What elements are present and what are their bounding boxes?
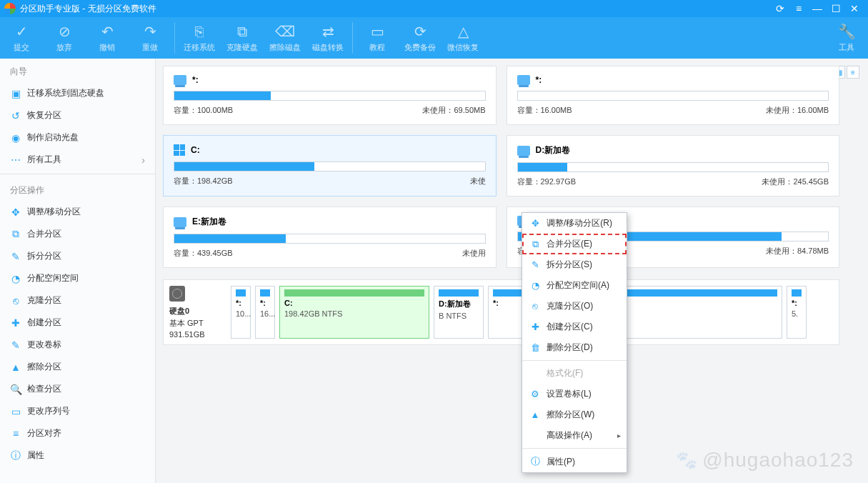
backup-button[interactable]: ⟳免费备份: [399, 23, 442, 53]
disk-segment-3[interactable]: D:新加卷B NTFS: [434, 286, 484, 339]
free-label: 未使用：84.78MB: [766, 246, 829, 257]
disk-map: 硬盘0基本 GPT931.51GB*:10...*:16...C:198.42G…: [163, 279, 839, 345]
list-view-button[interactable]: ≡: [847, 66, 859, 79]
capacity-label: 容量：16.00MB: [517, 105, 572, 116]
menu-button[interactable]: ≡: [789, 3, 808, 14]
disk-segment-0[interactable]: *:10...: [231, 286, 251, 339]
segment-fill: [260, 289, 270, 297]
convert-button[interactable]: ⇄磁盘转换: [306, 23, 349, 53]
ops-item-11[interactable]: ⓘ属性: [0, 444, 155, 467]
ops-label: 拆分分区: [27, 250, 61, 262]
ops-icon: ⓘ: [10, 450, 21, 462]
ctx-item-2[interactable]: ✎拆分分区(S): [522, 254, 627, 275]
usage-bar: [517, 91, 829, 101]
redo-button[interactable]: ↷重做: [129, 23, 171, 53]
free-label: 未使用: [462, 248, 486, 259]
wizard-section-title: 向导: [0, 59, 155, 82]
close-button[interactable]: ✕: [845, 3, 864, 14]
disk-size: 931.51GB: [169, 330, 226, 339]
wizard-item-1[interactable]: ↺恢复分区: [0, 104, 155, 126]
ops-icon: ✎: [10, 251, 21, 262]
ctx-label: 分配空闲空间(A): [547, 279, 609, 292]
free-label: 未使: [470, 176, 486, 186]
partition-name: *:: [192, 75, 199, 85]
free-label: 未使用：16.00MB: [766, 105, 829, 116]
tutorial-button[interactable]: ▭教程: [356, 23, 399, 53]
segment-fill: [792, 289, 802, 297]
partition-card-0[interactable]: *:容量：100.00MB未使用：69.50MB: [163, 66, 497, 125]
ops-icon: ⧉: [10, 229, 21, 240]
ctx-item-6[interactable]: 🗑删除分区(D): [522, 337, 627, 358]
discard-button[interactable]: ⊘放弃: [43, 23, 86, 53]
usage-bar: [174, 161, 486, 171]
ops-item-3[interactable]: ◔分配空闲空间: [0, 267, 155, 289]
segment-info: 10...: [236, 309, 246, 318]
ctx-icon: ◔: [529, 280, 541, 291]
ops-item-7[interactable]: ▲擦除分区: [0, 356, 155, 378]
partition-card-1[interactable]: *:容量：16.00MB未使用：16.00MB: [507, 66, 840, 125]
disk-segment-6[interactable]: *:5.: [787, 286, 807, 339]
refresh-button[interactable]: ⟳: [771, 3, 789, 14]
segment-name: *:: [792, 299, 802, 307]
disk-header[interactable]: 硬盘0基本 GPT931.51GB: [169, 286, 226, 339]
cancel-icon: ⊘: [59, 23, 71, 40]
ctx-item-3[interactable]: ◔分配空闲空间(A): [522, 275, 627, 296]
ops-label: 分区对齐: [27, 427, 61, 439]
ctx-item-11[interactable]: ⓘ属性(P): [522, 451, 627, 472]
partition-card-2[interactable]: C:容量：198.42GB未使: [163, 135, 497, 196]
ops-item-5[interactable]: ✚创建分区: [0, 312, 155, 334]
ctx-label: 拆分分区(S): [547, 259, 592, 271]
undo-button[interactable]: ↶撤销: [86, 23, 129, 53]
redo-icon: ↷: [144, 23, 156, 40]
wipe-button[interactable]: ⌫擦除磁盘: [264, 23, 306, 53]
partition-card-3[interactable]: D:新加卷容量：292.97GB未使用：245.45GB: [507, 135, 840, 196]
partition-name: C:: [191, 145, 200, 155]
segment-fill: [439, 289, 479, 297]
wizard-item-0[interactable]: ▣迁移系统到固态硬盘: [0, 82, 155, 104]
ops-item-4[interactable]: ⎋克隆分区: [0, 289, 155, 312]
ops-item-9[interactable]: ▭更改序列号: [0, 400, 155, 422]
ctx-icon: ✚: [529, 322, 541, 332]
ops-label: 调整/移动分区: [27, 206, 81, 218]
disk-segment-1[interactable]: *:16...: [255, 286, 275, 339]
ops-item-0[interactable]: ✥调整/移动分区: [0, 201, 155, 223]
ctx-label: 调整/移动分区(R): [547, 217, 612, 229]
ctx-item-0[interactable]: ✥调整/移动分区(R): [522, 213, 627, 234]
maximize-button[interactable]: ☐: [827, 3, 845, 14]
ops-item-8[interactable]: 🔍检查分区: [0, 378, 155, 400]
wrench-icon: 🔧: [838, 23, 856, 40]
ctx-item-1[interactable]: ⧉合并分区(E): [522, 234, 627, 254]
disk-segment-2[interactable]: C:198.42GB NTFS: [279, 286, 429, 339]
wechat-button[interactable]: △微信恢复: [442, 23, 484, 53]
clone-button[interactable]: ⧉克隆硬盘: [221, 24, 264, 53]
backup-icon: ⟳: [414, 23, 426, 40]
ops-label: 更改卷标: [27, 339, 61, 351]
segment-info: B NTFS: [439, 312, 479, 320]
ops-label: 克隆分区: [27, 294, 61, 307]
ctx-item-4[interactable]: ⎋克隆分区(O): [522, 296, 627, 317]
ctx-label: 克隆分区(O): [547, 300, 593, 312]
ops-item-6[interactable]: ✎更改卷标: [0, 334, 155, 356]
ops-item-1[interactable]: ⧉合并分区: [0, 223, 155, 245]
wizard-item-2[interactable]: ◉制作启动光盘: [0, 126, 155, 149]
ctx-item-9[interactable]: ▲擦除分区(W): [522, 404, 627, 425]
ctx-item-5[interactable]: ✚创建分区(C): [522, 317, 627, 337]
disk-type: 基本 GPT: [169, 318, 226, 329]
commit-button[interactable]: ✓提交: [0, 23, 43, 53]
partition-card-4[interactable]: E:新加卷容量：439.45GB未使用: [163, 206, 497, 268]
wizard-item-3[interactable]: ⋯所有工具: [0, 149, 155, 171]
ops-item-2[interactable]: ✎拆分分区: [0, 245, 155, 267]
disk-icon: [174, 75, 186, 85]
capacity-label: 容量：100.00MB: [174, 105, 233, 116]
migrate-icon: ⎘: [195, 24, 204, 40]
ctx-label: 设置卷标(L): [547, 388, 592, 400]
minimize-button[interactable]: —: [808, 3, 827, 14]
segment-name: *:: [236, 299, 246, 307]
wizard-label: 迁移系统到固态硬盘: [27, 87, 104, 99]
ctx-item-10[interactable]: 高级操作(A): [522, 425, 627, 446]
tools-button[interactable]: 🔧工具: [825, 23, 868, 53]
ctx-item-8[interactable]: ⚙设置卷标(L): [522, 384, 627, 404]
ops-item-10[interactable]: ≡分区对齐: [0, 422, 155, 444]
migrate-button[interactable]: ⎘迁移系统: [178, 24, 221, 53]
wizard-label: 制作启动光盘: [27, 131, 79, 144]
